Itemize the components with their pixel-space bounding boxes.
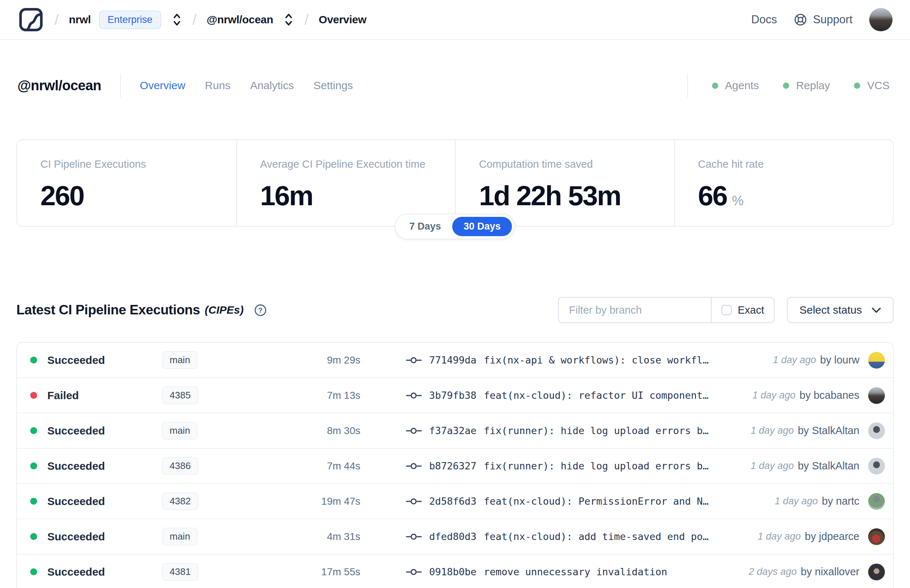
exact-checkbox[interactable] [721,305,732,315]
branch-badge[interactable]: main [162,351,198,369]
svg-text:?: ? [259,306,263,314]
tab-overview[interactable]: Overview [140,79,185,92]
cipe-duration: 19m 47s [251,496,360,507]
cipe-author: by StalkAltan [798,460,860,472]
stat-value: 66% [698,180,870,212]
cipe-row[interactable]: Succeeded main 9m 29s 771499da fix(nx-ap… [17,343,893,378]
cipes-title: Latest CI Pipeline Executions [16,302,200,318]
cipe-time: 1 day ago [750,460,794,472]
cipe-row[interactable]: Succeeded main 4m 31s dfed80d3 feat(nx-c… [17,519,893,554]
integration-vcs[interactable]: VCS [854,79,890,92]
cipe-row[interactable]: Succeeded 4381 17m 55s 0918b0be remove u… [17,554,893,588]
branch-badge[interactable]: main [162,422,198,439]
stat-cache-hit-rate: Cache hit rate 66% [674,140,893,226]
cipes-controls: Exact Select status [558,297,894,323]
cipe-time: 1 day ago [752,390,796,401]
tab-runs[interactable]: Runs [205,79,230,92]
commit-hash: 3b79fb38 [429,390,477,401]
select-status-button[interactable]: Select status [787,297,894,323]
integration-replay[interactable]: Replay [783,79,830,92]
cipe-commit[interactable]: 2d58f6d3 feat(nx-cloud): PermissionError… [406,496,709,507]
cipe-time: 2 days ago [749,566,797,577]
integrations-status: Agents Replay VCS [687,73,892,97]
cipe-commit[interactable]: b8726327 fix(runner): hide log upload er… [406,460,709,472]
breadcrumb-org[interactable]: nrwl [69,13,91,26]
avatar [868,528,885,545]
cipe-status: Succeeded [47,425,162,437]
git-commit-icon [406,426,422,436]
cipe-commit[interactable]: dfed80d3 feat(nx-cloud): add time-saved … [406,531,709,542]
cipe-time: 1 day ago [773,354,816,366]
cipe-commit[interactable]: f37a32ae fix(runner): hide log upload er… [406,425,709,436]
cipe-author: by jdpearce [805,530,860,543]
branch-filter-input[interactable] [559,298,711,322]
stat-average-execution-time: Average CI Pipeline Execution time 16m [236,140,455,226]
exact-toggle[interactable]: Exact [711,298,774,322]
branch-badge-cell: main [162,422,251,439]
status-dot-icon [854,82,860,89]
branch-badge[interactable]: main [162,528,198,546]
cipe-author: by lourw [820,354,860,366]
commit-message: feat(nx-cloud): add time-saved end po… [484,531,709,542]
integration-items: Agents Replay VCS [712,79,892,92]
branch-badge-cell: 4386 [162,457,251,475]
commit-hash: 771499da [429,354,477,366]
tab-analytics[interactable]: Analytics [250,79,294,92]
git-commit-icon [406,497,422,506]
tab-settings[interactable]: Settings [314,79,353,92]
branch-badge-cell: main [162,351,251,369]
stat-label: Cache hit rate [698,158,870,170]
branch-badge[interactable]: 4385 [162,386,198,404]
branch-badge-cell: 4381 [162,563,251,581]
commit-hash: 2d58f6d3 [429,496,477,507]
branch-badge[interactable]: 4381 [162,563,198,581]
commit-hash: f37a32ae [429,425,477,436]
breadcrumb-workspace[interactable]: @nrwl/ocean [207,13,273,26]
status-dot-icon [30,392,37,399]
cipe-table: Succeeded main 9m 29s 771499da fix(nx-ap… [16,342,894,588]
stats-cards: CI Pipeline Executions 260 Average CI Pi… [16,139,894,227]
docs-link[interactable]: Docs [751,13,777,26]
stat-label: CI Pipeline Executions [40,158,213,170]
cipe-commit[interactable]: 3b79fb38 feat(nx-cloud): refactor UI com… [406,390,709,401]
cipe-time: 1 day ago [750,425,794,436]
workspace-tabs: Overview Runs Analytics Settings [140,79,353,92]
branch-badge[interactable]: 4382 [162,492,198,510]
stat-value: 260 [40,180,213,212]
integration-label: Replay [796,79,830,92]
cipe-row[interactable]: Succeeded main 8m 30s f37a32ae fix(runne… [17,414,893,449]
help-icon[interactable]: ? [254,304,267,317]
cipe-author: by bcabanes [800,389,860,401]
cipe-commit[interactable]: 0918b0be remove unnecessary invalidation [406,566,667,577]
cipe-row[interactable]: Succeeded 4382 19m 47s 2d58f6d3 feat(nx-… [17,484,893,519]
select-status-label: Select status [799,304,862,316]
stat-value: 16m [260,180,432,212]
integration-agents[interactable]: Agents [712,79,759,92]
cipe-duration: 9m 29s [251,354,360,366]
branch-badge[interactable]: 4386 [162,457,198,475]
git-commit-icon [406,355,422,365]
status-dot-icon [30,569,37,575]
range-option-7-days[interactable]: 7 Days [398,217,452,236]
cipe-duration: 7m 13s [251,390,360,401]
stat-label: Average CI Pipeline Execution time [260,158,432,170]
breadcrumb-separator: / [55,11,58,28]
commit-message: feat(nx-cloud): PermissionError and N… [484,496,709,507]
stat-value: 1d 22h 53m [479,180,651,212]
org-switcher-chevron-icon[interactable] [171,12,183,27]
cipe-row[interactable]: Failed 4385 7m 13s 3b79fb38 feat(nx-clou… [17,378,893,414]
support-link[interactable]: Support [794,13,852,27]
breadcrumb-separator: / [192,11,197,28]
cipe-row[interactable]: Succeeded 4386 7m 44s b8726327 fix(runne… [17,449,893,484]
user-avatar[interactable] [869,8,892,31]
stat-label: Computation time saved [479,158,651,170]
cipe-time: 1 day ago [774,496,818,507]
cipe-commit[interactable]: 771499da fix(nx-api & workflows): close … [406,354,709,366]
cipe-duration: 7m 44s [251,460,360,472]
workspace-switcher-chevron-icon[interactable] [283,12,294,27]
nx-cloud-logo-icon[interactable] [18,6,44,33]
breadcrumb-page: Overview [319,13,367,26]
git-commit-icon [406,391,422,400]
range-option-30-days[interactable]: 30 Days [452,217,512,236]
enterprise-badge: Enterprise [99,11,161,29]
